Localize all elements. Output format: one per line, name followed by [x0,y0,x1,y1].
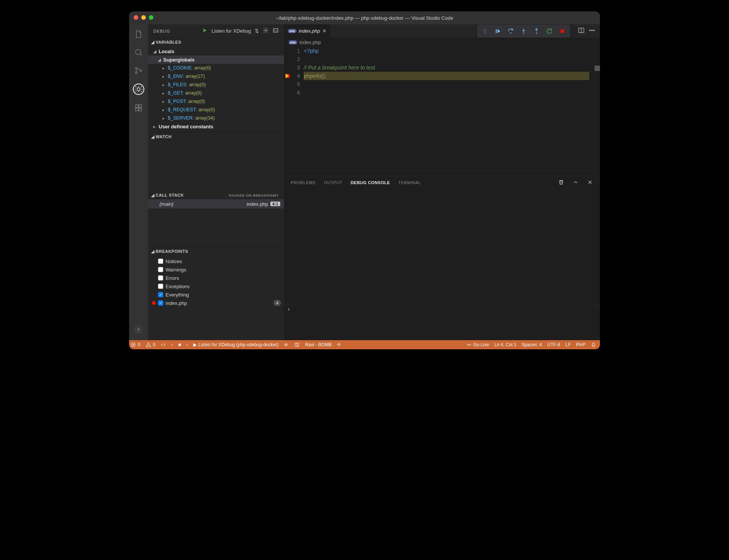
checkbox[interactable]: ✓ [158,292,163,297]
collapse-panel-icon[interactable] [573,179,579,186]
svg-rect-18 [496,29,497,33]
code-editor[interactable]: 123456 <?php // Put a breakpoint here to… [284,47,600,176]
variable-row[interactable]: ▸$_REQUEST: array(0) [148,106,284,114]
step-out-button[interactable] [531,26,542,36]
callstack-section-header[interactable]: ◢CALL STACKPAUSED ON BREAKPOINT [148,191,284,199]
status-bell-icon[interactable] [591,342,596,347]
status-encoding[interactable]: UTF-8 [547,342,560,347]
debug-config-select[interactable]: Listen for XDebug [211,28,251,34]
stop-button[interactable] [557,26,568,36]
maximize-window-button[interactable] [149,15,153,20]
debug-settings-icon[interactable] [263,27,269,35]
minimize-window-button[interactable] [141,15,146,20]
close-panel-icon[interactable] [587,179,593,186]
breakpoint-category[interactable]: Exceptions [158,282,284,290]
breakpoints-section-header[interactable]: ◢BREAKPOINTS [148,247,284,256]
variable-row[interactable]: ▸$_SERVER: array(34) [148,114,284,122]
close-tab-icon[interactable]: ✕ [322,28,327,34]
status-user[interactable]: Ravi - BOMB [305,342,331,347]
checkbox[interactable] [158,267,163,272]
checkbox[interactable] [158,259,163,264]
split-editor-icon[interactable] [578,27,585,35]
panel-tab-problems[interactable]: PROBLEMS [291,180,316,185]
step-over-button[interactable] [505,26,516,36]
status-forward-icon[interactable]: › [186,342,188,347]
start-debug-button[interactable] [202,27,208,35]
frame-position-badge: 4:1 [270,202,280,206]
variable-row[interactable]: ▸$_POST: array(0) [148,97,284,106]
variable-row[interactable]: ▸$_ENV: array(27) [148,72,284,80]
close-window-button[interactable] [134,15,138,20]
debug-icon[interactable] [133,84,144,95]
php-file-icon: php [289,40,297,44]
svg-point-25 [592,30,592,30]
svg-rect-7 [139,108,142,111]
clear-console-icon[interactable] [558,179,564,186]
more-actions-icon[interactable] [589,27,595,35]
source-control-icon[interactable] [133,65,144,76]
superglobals-scope[interactable]: ◢Superglobals [148,55,284,64]
locals-scope[interactable]: ◢Locals [148,47,284,55]
variable-row[interactable]: ▸$_COOKIE: array(0) [148,64,284,72]
status-book-icon[interactable] [294,342,300,347]
restart-button[interactable] [544,26,555,36]
breakpoint-category[interactable]: Notices [158,257,284,265]
status-go-live[interactable]: Go Live [466,342,489,347]
watch-section-header[interactable]: ◢WATCH [148,133,284,141]
variable-row[interactable]: ▸$_FILES: array(0) [148,80,284,89]
breakpoint-category[interactable]: Errors [158,274,284,282]
breakpoint-file-row[interactable]: ✓index.php4 [152,299,284,307]
title-bar: ~/lab/php-xdebug-docker/index.php — php-… [129,11,600,24]
extensions-icon[interactable] [133,103,144,113]
variables-section-header[interactable]: ◢VARIABLES [148,38,284,46]
activity-bar [129,24,148,340]
php-file-icon: php [288,29,297,33]
debug-console-input[interactable]: › [284,305,600,312]
breadcrumbs[interactable]: php index.php [284,38,600,47]
panel-tab-terminal[interactable]: TERMINAL [398,180,421,185]
stack-frame[interactable]: {main} index.php 4:1 [148,199,284,208]
status-errors[interactable]: 0 [131,342,140,347]
debug-toolbar[interactable] [477,25,570,38]
svg-point-16 [484,32,484,33]
status-cursor-pos[interactable]: Ln 4, Col 1 [494,342,516,347]
breakpoint-dot-icon [152,301,156,305]
breakpoint-line-badge: 4 [273,300,281,306]
continue-button[interactable] [492,26,503,36]
svg-point-1 [136,68,137,69]
user-defined-constants[interactable]: ▸User defined constants [148,122,284,131]
status-audio-icon[interactable] [284,342,289,347]
status-sync-icon[interactable]: ⟲ [337,342,341,347]
panel-tab-debug-console[interactable]: DEBUG CONSOLE [350,180,390,185]
drag-handle-icon[interactable] [479,26,491,36]
checkbox[interactable] [158,275,163,281]
checkbox[interactable]: ✓ [158,300,163,306]
config-dropdown-icon[interactable]: ⇅ [255,28,259,34]
panel-tab-output[interactable]: OUTPUT [324,180,342,185]
status-launch-config[interactable]: ▶ Listen for XDebug (php-xdebug-docker) [193,342,279,347]
minimap[interactable] [595,47,600,176]
settings-gear-icon[interactable] [133,324,144,335]
status-warnings[interactable]: 0 [146,342,156,347]
status-back-icon[interactable]: ‹ [171,342,173,347]
status-spaces[interactable]: Spaces: 4 [522,342,542,347]
breakpoint-category[interactable]: ✓Everything [158,290,284,299]
breakpoint-category[interactable]: Warnings [158,265,284,274]
checkbox[interactable] [158,284,163,289]
search-icon[interactable] [133,47,144,58]
status-remote-icon[interactable] [161,342,166,347]
editor-group: php index.php ✕ [284,24,600,340]
svg-rect-22 [561,29,564,33]
explorer-icon[interactable] [133,29,144,39]
editor-tab[interactable]: php index.php ✕ [284,24,331,38]
svg-rect-11 [273,28,278,32]
debug-console-body[interactable] [284,189,600,305]
status-stop-icon[interactable]: ■ [178,342,181,347]
svg-rect-5 [136,105,138,107]
variable-row[interactable]: ▸$_GET: array(0) [148,89,284,97]
status-eol[interactable]: LF [565,342,571,347]
breakpoint-gutter[interactable] [284,47,291,176]
debug-console-toggle-icon[interactable] [273,27,279,35]
status-language[interactable]: PHP [576,342,585,347]
step-into-button[interactable] [518,26,529,36]
